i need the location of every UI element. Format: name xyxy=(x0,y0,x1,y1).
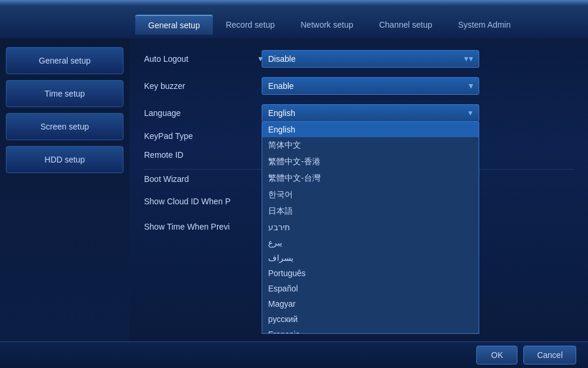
show-time-label: Show Time When Previ xyxy=(144,222,262,231)
tab-general[interactable]: General setup xyxy=(135,15,213,35)
lang-traditional-chinese-tw[interactable]: 繁體中文-台灣 xyxy=(262,170,479,187)
tab-bar: General setup Record setup Network setup… xyxy=(0,6,588,38)
lang-korean[interactable]: 한국어 xyxy=(262,187,479,203)
sidebar: General setup Time setup Screen setup HD… xyxy=(0,38,129,342)
main-layout: General setup Time setup Screen setup HD… xyxy=(0,38,588,342)
auto-logout-select-wrapper: Disable 1 min 5 min 10 min 30 min ▼ xyxy=(262,50,479,68)
lang-hungarian[interactable]: Magyar xyxy=(262,296,479,311)
auto-logout-row: Auto Logout Disable 1 min 5 min 10 min 3… xyxy=(144,50,573,68)
key-buzzer-label: Key buzzer xyxy=(144,81,262,91)
language-value: English xyxy=(268,108,295,118)
language-dropdown[interactable]: English ▼ English 简体中文 繁體中文-香港 繁體中文-台灣 한… xyxy=(262,104,479,122)
bottom-bar: OK Cancel xyxy=(0,342,588,368)
lang-traditional-chinese-hk[interactable]: 繁體中文-香港 xyxy=(262,154,479,170)
sidebar-item-hdd[interactable]: HDD setup xyxy=(6,146,123,173)
language-label: Language xyxy=(144,108,262,118)
language-list: English 简体中文 繁體中文-香港 繁體中文-台灣 한국어 日本語 תיר… xyxy=(262,122,479,334)
cloud-id-label: Show Cloud ID When P xyxy=(144,197,262,206)
remote-id-label: Remote ID xyxy=(144,150,262,160)
sidebar-item-general[interactable]: General setup xyxy=(6,47,123,74)
cancel-button[interactable]: Cancel xyxy=(523,346,576,364)
lang-simplified-chinese[interactable]: 简体中文 xyxy=(262,137,479,154)
language-row: Language English ▼ English 简体中文 繁體中文-香港 … xyxy=(144,104,573,122)
auto-logout-label: Auto Logout xyxy=(144,54,262,64)
auto-logout-select[interactable]: Disable 1 min 5 min 10 min 30 min xyxy=(262,50,479,68)
tab-channel[interactable]: Channel setup xyxy=(366,15,445,34)
lang-spanish[interactable]: Español xyxy=(262,281,479,296)
content-area: Auto Logout Disable 1 min 5 min 10 min 3… xyxy=(129,38,588,342)
lang-japanese[interactable]: 日本語 xyxy=(262,203,479,220)
lang-arabic[interactable]: يبرع xyxy=(262,235,479,250)
language-display[interactable]: English ▼ xyxy=(262,104,479,122)
tab-record[interactable]: Record setup xyxy=(213,15,288,34)
top-gradient-bar xyxy=(0,0,588,6)
tab-admin[interactable]: System Admin xyxy=(445,15,523,34)
key-buzzer-select-wrapper: Enable Disable ▼ xyxy=(262,77,479,95)
lang-english[interactable]: English xyxy=(262,122,479,137)
boot-wizard-label: Boot Wizard xyxy=(144,174,262,184)
key-buzzer-select[interactable]: Enable Disable xyxy=(262,77,479,95)
sidebar-item-time[interactable]: Time setup xyxy=(6,80,123,107)
language-arrow-icon: ▼ xyxy=(467,109,474,117)
key-buzzer-row: Key buzzer Enable Disable ▼ xyxy=(144,77,573,95)
lang-russian[interactable]: русский xyxy=(262,311,479,327)
lang-portuguese[interactable]: Português xyxy=(262,266,479,281)
lang-persian[interactable]: يسراف xyxy=(262,250,479,266)
lang-french[interactable]: Français xyxy=(262,327,479,334)
ok-button[interactable]: OK xyxy=(476,346,517,364)
lang-hebrew[interactable]: תירבע xyxy=(262,220,479,235)
keypad-label: KeyPad Type xyxy=(144,131,262,141)
sidebar-item-screen[interactable]: Screen setup xyxy=(6,113,123,140)
tab-network[interactable]: Network setup xyxy=(288,15,366,34)
